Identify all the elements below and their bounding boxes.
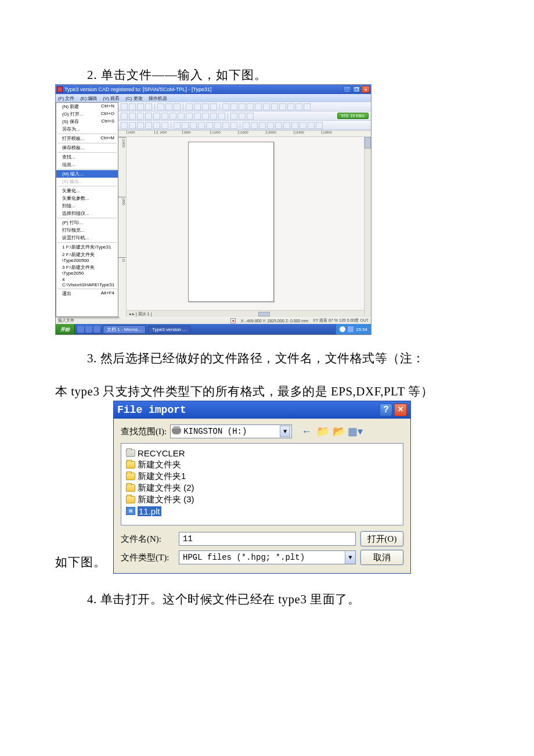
- new-folder-icon[interactable]: 📂: [333, 425, 345, 438]
- menu-modify[interactable]: (C) 更改: [125, 95, 142, 102]
- menu-item-open-template[interactable]: 打开模板...Ctrl+M: [56, 135, 118, 142]
- menu-item-save[interactable]: (S) 保存Ctrl+S: [56, 118, 118, 125]
- cancel-button[interactable]: 取消: [360, 550, 403, 565]
- tray-icon[interactable]: [340, 326, 345, 332]
- tool-icon[interactable]: [222, 122, 229, 129]
- tool-icon[interactable]: [287, 103, 294, 110]
- tool-icon[interactable]: [222, 103, 229, 110]
- dialog-close-button[interactable]: ×: [394, 404, 407, 416]
- tool-icon[interactable]: [247, 103, 254, 110]
- open-button[interactable]: 打开(O): [360, 531, 403, 546]
- tool-icon[interactable]: [161, 122, 168, 129]
- tool-icon[interactable]: [145, 103, 152, 110]
- menu-item-saveas[interactable]: 另存为...: [56, 125, 118, 133]
- menu-item-find[interactable]: 查找...: [56, 153, 118, 161]
- tool-icon[interactable]: [194, 103, 201, 110]
- view-menu-icon[interactable]: ▦▾: [349, 425, 362, 438]
- tool-icon[interactable]: [186, 113, 193, 120]
- quicklaunch-icon[interactable]: [85, 326, 92, 333]
- tool-icon[interactable]: [157, 103, 164, 110]
- tool-icon[interactable]: [121, 122, 128, 129]
- tool-icon[interactable]: [198, 122, 205, 129]
- list-item[interactable]: RECYCLER: [126, 447, 398, 459]
- tool-icon[interactable]: [251, 122, 258, 129]
- menu-machine[interactable]: 操作机器: [149, 95, 167, 102]
- up-folder-icon[interactable]: 📁: [316, 425, 329, 438]
- menu-item-print-preview[interactable]: 打印预览...: [56, 226, 118, 234]
- tool-icon[interactable]: [137, 103, 144, 110]
- menu-item-vector[interactable]: 矢量化...: [56, 187, 118, 195]
- tool-icon[interactable]: [206, 122, 213, 129]
- tool-icon[interactable]: [291, 122, 298, 129]
- list-item-selected[interactable]: ▤11.plt: [126, 505, 398, 517]
- tool-icon[interactable]: [129, 122, 136, 129]
- tool-icon[interactable]: [161, 113, 168, 120]
- list-item[interactable]: 新建文件夹 (3): [126, 494, 398, 505]
- tool-icon[interactable]: [178, 113, 185, 120]
- dropdown-arrow-icon[interactable]: ▼: [280, 426, 290, 437]
- tool-icon[interactable]: [202, 103, 209, 110]
- tool-icon[interactable]: [218, 113, 225, 120]
- menu-item-select-scanner[interactable]: 选择扫描仪...: [56, 210, 118, 217]
- filename-input[interactable]: 11: [179, 532, 356, 546]
- quicklaunch-icon[interactable]: [77, 326, 84, 333]
- taskbar-item-type3[interactable]: Type3 version ...: [148, 326, 190, 333]
- tool-icon[interactable]: [121, 103, 128, 110]
- tool-icon[interactable]: [230, 113, 237, 120]
- list-item[interactable]: 新建文件夹1: [126, 470, 398, 482]
- menu-edit[interactable]: (E) 编辑: [80, 95, 97, 102]
- start-button[interactable]: 开始: [56, 324, 75, 334]
- tool-icon[interactable]: [214, 122, 221, 129]
- menu-item-vector-param[interactable]: 矢量化参数...: [56, 195, 118, 202]
- tool-icon[interactable]: [308, 122, 315, 129]
- tool-icon[interactable]: [283, 122, 290, 129]
- tool-icon[interactable]: [129, 103, 136, 110]
- tool-icon[interactable]: [174, 122, 181, 129]
- help-button[interactable]: ?: [380, 404, 392, 416]
- tool-icon[interactable]: [255, 103, 262, 110]
- tool-icon[interactable]: [145, 122, 152, 129]
- menu-view[interactable]: (V) 观看: [103, 95, 120, 102]
- taskbar-item-word[interactable]: 文档 1 - Micros...: [103, 325, 146, 334]
- menu-item-new[interactable]: (N) 新建Ctrl+N: [56, 103, 118, 110]
- tool-icon[interactable]: [165, 103, 172, 110]
- filetype-combo[interactable]: HPGL files (*.hpg; *.plt) ▼: [179, 550, 356, 564]
- menu-item-save-template[interactable]: 保存模板...: [56, 144, 118, 152]
- menu-item-import[interactable]: (M) 输入...: [56, 170, 118, 178]
- tool-icon[interactable]: [263, 103, 270, 110]
- tool-icon[interactable]: [145, 113, 152, 120]
- tool-icon[interactable]: [153, 113, 160, 120]
- menu-item-recent-1[interactable]: 1 F:\新建文件夹\Type31: [56, 243, 118, 251]
- tool-icon[interactable]: [153, 122, 160, 129]
- layer-tab[interactable]: ◂ ▸ | 层次 1 |: [127, 311, 154, 317]
- tray-icon[interactable]: [348, 326, 353, 332]
- tool-icon[interactable]: [316, 122, 323, 129]
- file-list[interactable]: RECYCLER 新建文件夹 新建文件夹1 新建文件夹 (2) 新建文件夹 (3…: [121, 443, 403, 525]
- close-button[interactable]: ×: [362, 86, 370, 93]
- tool-icon[interactable]: [267, 122, 274, 129]
- list-item[interactable]: 新建文件夹 (2): [126, 482, 398, 494]
- tool-icon[interactable]: [210, 103, 217, 110]
- minimize-button[interactable]: _: [343, 86, 351, 93]
- tool-icon[interactable]: [239, 103, 246, 110]
- tool-icon[interactable]: [279, 103, 286, 110]
- menu-file[interactable]: (F) 文件: [58, 95, 74, 102]
- tool-icon[interactable]: [295, 103, 302, 110]
- tool-icon[interactable]: [210, 113, 217, 120]
- menu-item-recent-3[interactable]: 3 F:\新建文件夹\Type2050: [56, 264, 118, 276]
- tool-icon[interactable]: [174, 103, 181, 110]
- tool-icon[interactable]: [230, 122, 237, 129]
- tool-icon[interactable]: [182, 122, 189, 129]
- tool-icon[interactable]: [129, 113, 136, 120]
- tool-icon[interactable]: [230, 103, 237, 110]
- tool-icon[interactable]: [190, 122, 197, 129]
- tool-icon[interactable]: [304, 103, 311, 110]
- menu-item-open[interactable]: (O) 打开...Ctrl+O: [56, 110, 118, 118]
- tool-icon[interactable]: [271, 103, 278, 110]
- tool-icon[interactable]: [300, 122, 306, 129]
- back-icon[interactable]: ←: [300, 425, 313, 438]
- tool-icon[interactable]: [202, 113, 209, 120]
- menu-item-recent-4[interactable]: 4 C:\Vision\SHARE\Type31: [56, 276, 118, 288]
- tool-icon[interactable]: [169, 113, 176, 120]
- tool-icon[interactable]: [243, 122, 250, 129]
